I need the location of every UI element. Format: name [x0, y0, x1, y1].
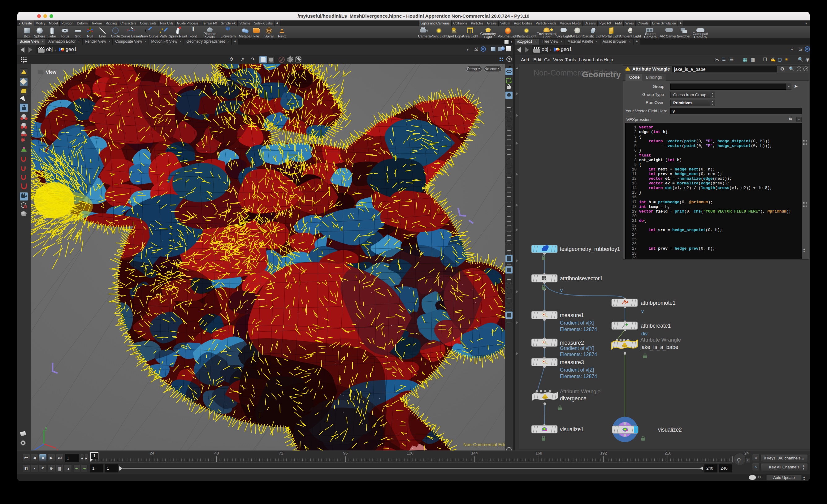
svg-text:measure3: measure3 — [560, 359, 584, 365]
svg-text:24: 24 — [150, 451, 154, 455]
svg-text:Gradient of v[Z]: Gradient of v[Z] — [560, 367, 594, 372]
svg-text:attribnoisevector1: attribnoisevector1 — [560, 275, 602, 282]
svg-text:Persp: Persp — [467, 67, 477, 71]
svg-text:div: div — [641, 331, 647, 336]
svg-text:216: 216 — [665, 451, 671, 455]
svg-text:measure1: measure1 — [560, 312, 584, 318]
svg-text:visualize1: visualize1 — [560, 426, 584, 433]
svg-text:192: 192 — [600, 451, 607, 455]
svg-text:Gradient of v[X]: Gradient of v[X] — [560, 320, 594, 325]
svg-text:24: 24 — [744, 451, 749, 455]
svg-text:120: 120 — [407, 451, 414, 455]
svg-text:divergence: divergence — [560, 395, 586, 402]
svg-text:v: v — [641, 308, 644, 314]
svg-text:Elements: 12874: Elements: 12874 — [560, 374, 597, 379]
svg-text:attribcreate1: attribcreate1 — [641, 323, 671, 329]
svg-text:48: 48 — [214, 451, 219, 455]
svg-text:144: 144 — [471, 451, 478, 455]
svg-text:visualize2: visualize2 — [658, 426, 682, 433]
svg-text:attribpromote1: attribpromote1 — [641, 300, 676, 306]
svg-text:No cam: No cam — [484, 67, 497, 71]
svg-text:Attribute Wrangle: Attribute Wrangle — [560, 389, 600, 395]
svg-text:x: x — [56, 448, 58, 450]
svg-text:measure2: measure2 — [560, 340, 584, 346]
svg-text:Non-Commercial Edition: Non-Commercial Edition — [463, 442, 505, 447]
svg-text:Attribute Wrangle: Attribute Wrangle — [640, 337, 681, 343]
svg-text:96: 96 — [343, 451, 348, 455]
svg-text:72: 72 — [279, 451, 283, 455]
svg-text:v: v — [560, 288, 563, 293]
svg-text:Elements: 12874: Elements: 12874 — [560, 352, 597, 357]
svg-text:Geometry: Geometry — [582, 70, 621, 79]
svg-text:168: 168 — [535, 451, 542, 455]
svg-text:Elements: 12874: Elements: 12874 — [560, 327, 597, 332]
svg-text:y: y — [45, 426, 47, 431]
svg-text:View: View — [46, 69, 56, 74]
svg-text:Gradient of v[Y]: Gradient of v[Y] — [560, 346, 594, 351]
svg-text:testgeometry_rubbertoy1: testgeometry_rubbertoy1 — [560, 246, 620, 252]
svg-text:jake_is_a_babe: jake_is_a_babe — [640, 344, 678, 351]
